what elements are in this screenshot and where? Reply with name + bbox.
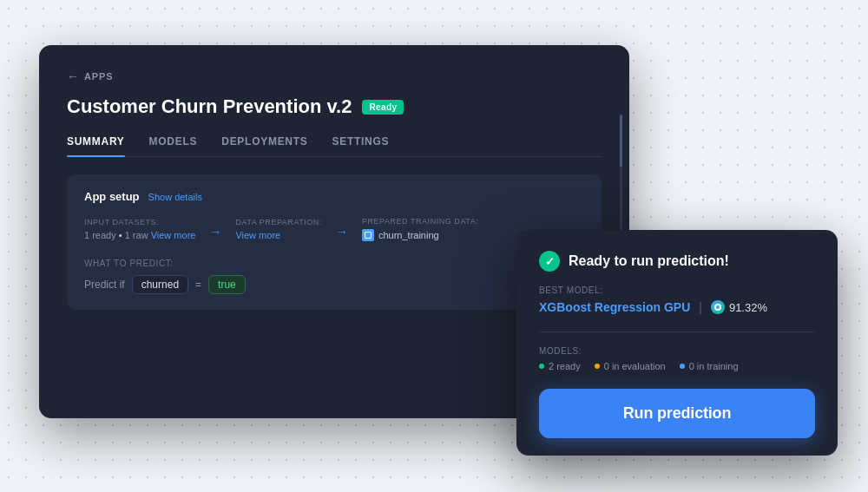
back-navigation[interactable]: ← APPS [67,69,602,83]
preparation-value: View more [235,230,322,240]
dot-evaluation [595,364,600,369]
accuracy-icon [711,300,725,314]
section-title: App setup [84,190,140,203]
tab-bar: SUMMARY MODELS DEPLOYMENTS SETTINGS [67,135,602,157]
ready-count: 1 ready [84,230,116,240]
page-title: Customer Churn Prevention v.2 [67,95,352,118]
ready-badge: Ready [362,100,404,115]
dot-training [680,364,685,369]
tab-deployments[interactable]: DEPLOYMENTS [221,135,307,156]
datasets-value: 1 ready • 1 raw View more [84,230,195,240]
arrow-icon-2: → [336,225,348,239]
stat-ready: 2 ready [539,361,581,371]
best-model-label: Best model: [539,285,815,295]
arrow-icon-1: → [209,225,221,239]
show-details-link[interactable]: Show details [148,192,202,202]
predict-if-text: Predict if [84,279,125,291]
training-filename: churn_training [378,230,439,240]
evaluation-stat-text: 0 in evaluation [604,361,666,371]
file-icon [362,229,374,241]
what-to-predict: What to predict: Predict if churned = tr… [84,259,584,294]
models-label: Models: [539,346,815,356]
training-stat-text: 0 in training [689,361,739,371]
accuracy-value: 91.32% [729,301,767,314]
predict-value-chip: true [208,275,246,294]
training-file: churn_training [362,229,478,241]
popup-card: ✓ Ready to run prediction! Best model: X… [516,230,838,456]
stat-training: 0 in training [680,361,739,371]
tab-summary[interactable]: SUMMARY [67,135,125,156]
title-row: Customer Churn Prevention v.2 Ready [67,95,602,118]
raw-count: 1 raw [125,230,148,240]
scroll-thumb [620,115,622,167]
predict-label: What to predict: [84,259,584,268]
popup-header: ✓ Ready to run prediction! [539,251,815,272]
model-divider: | [699,300,702,314]
section-header: App setup Show details [84,190,584,203]
pipeline-step-training: Prepared training data: churn_training [362,217,478,241]
checkmark: ✓ [545,256,555,267]
datasets-view-more[interactable]: View more [151,230,196,240]
predict-row: Predict if churned = true [84,275,584,294]
run-prediction-button[interactable]: Run prediction [539,389,815,438]
preparation-label: Data preparation: [235,218,322,226]
dot-ready [539,364,544,369]
model-accuracy: 91.32% [711,300,767,314]
ready-to-run-text: Ready to run prediction! [569,253,729,269]
predict-field-chip: churned [132,275,188,294]
stat-evaluation: 0 in evaluation [595,361,666,371]
datasets-label: Input datasets: [84,218,195,226]
pipeline-step-datasets: Input datasets: 1 ready • 1 raw View mor… [84,218,195,240]
training-label: Prepared training data: [362,217,478,226]
bullet: • [119,230,125,240]
predict-equals-text: = [195,279,201,291]
model-name: XGBoost Regression GPU [539,300,690,314]
models-stats-row: 2 ready 0 in evaluation 0 in training [539,361,815,371]
best-model-row: XGBoost Regression GPU | 91.32% [539,300,815,314]
pipeline-step-preparation: Data preparation: View more [235,218,322,240]
check-circle-icon: ✓ [539,251,560,272]
back-arrow-icon: ← [67,69,79,83]
popup-divider [539,331,815,332]
pipeline-row: Input datasets: 1 ready • 1 raw View mor… [84,217,584,241]
apps-label: APPS [84,71,113,82]
ready-stat-text: 2 ready [549,361,581,371]
preparation-view-more[interactable]: View more [235,230,280,240]
tab-models[interactable]: MODELS [149,135,198,156]
tab-settings[interactable]: SETTINGS [332,135,390,156]
